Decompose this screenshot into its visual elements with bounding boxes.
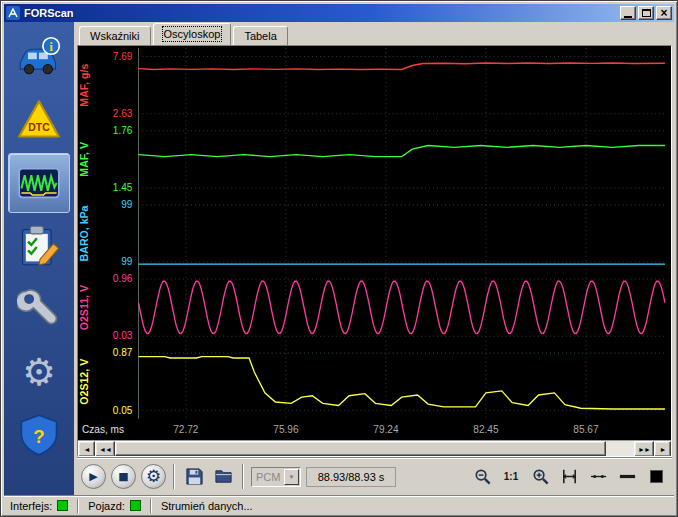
svg-text:85.67: 85.67 <box>573 423 598 434</box>
svg-text:79.24: 79.24 <box>373 423 398 434</box>
scroll-right-button[interactable]: ► <box>654 441 671 457</box>
sidebar-item-vehicle-info[interactable]: i <box>8 27 70 87</box>
svg-text:BARO, kPa: BARO, kPa <box>79 205 90 261</box>
svg-text:72.72: 72.72 <box>173 423 198 434</box>
line-width-icon <box>618 467 637 486</box>
minimize-button[interactable] <box>620 6 636 20</box>
scope-settings-button[interactable]: ⚙ <box>141 464 166 489</box>
vehicle-label: Pojazd: <box>88 500 125 512</box>
module-select-value: PCM <box>252 471 284 483</box>
dtc-label: DTC <box>28 122 50 133</box>
maximize-button[interactable] <box>638 6 654 20</box>
background-color-button[interactable] <box>644 465 668 489</box>
sidebar-item-tests[interactable] <box>8 216 70 276</box>
oscilloscope-icon <box>17 161 61 205</box>
zoom-in-icon <box>531 467 550 486</box>
svg-text:0.87: 0.87 <box>113 347 133 358</box>
titlebar[interactable]: FORScan × <box>4 4 674 22</box>
scroll-thumb[interactable] <box>115 441 606 456</box>
sidebar-item-settings[interactable]: ⚙ <box>8 342 70 402</box>
zoom-in-button[interactable] <box>528 465 552 489</box>
open-button[interactable] <box>211 465 235 489</box>
svg-text:1.45: 1.45 <box>113 182 133 193</box>
svg-text:0.96: 0.96 <box>113 273 133 284</box>
svg-text:MAF, g/s: MAF, g/s <box>79 63 90 106</box>
sidebar-item-service[interactable] <box>8 279 70 339</box>
gear-icon: ⚙ <box>17 350 61 394</box>
close-button[interactable]: × <box>656 6 672 20</box>
help-question-mark: ? <box>33 426 44 447</box>
stop-button[interactable]: ■ <box>111 464 136 489</box>
stop-icon: ■ <box>118 471 128 482</box>
scroll-left-button[interactable]: ◄ <box>78 441 95 457</box>
tab-oscyloskop[interactable]: Oscyloskop <box>153 23 232 45</box>
scroll-right-fast-button[interactable]: ►► <box>634 441 654 457</box>
zoom-reset-label: 1:1 <box>504 471 518 482</box>
tab-label: Wskaźniki <box>90 30 140 42</box>
tab-label: Tabela <box>244 30 276 42</box>
line-style-icon <box>589 467 608 486</box>
scope-toolbar: ▶ ■ ⚙ PCM ▼ 88.93/88.93 s <box>77 457 672 495</box>
tab-tabela[interactable]: Tabela <box>233 26 287 45</box>
tab-bar: Wskaźniki Oscyloskop Tabela <box>77 23 672 45</box>
svg-text:0.05: 0.05 <box>113 404 133 415</box>
sidebar-item-dtc[interactable]: DTC <box>8 90 70 150</box>
module-select[interactable]: PCM ▼ <box>251 467 301 487</box>
scroll-left-icon: ◄ <box>84 446 90 453</box>
time-display: 88.93/88.93 s <box>306 467 396 487</box>
save-button[interactable] <box>182 465 206 489</box>
info-letter: i <box>49 39 53 54</box>
car-info-icon: i <box>17 35 61 79</box>
maximize-icon <box>642 9 651 17</box>
status-message: Strumień danych... <box>161 500 253 512</box>
play-icon: ▶ <box>89 471 97 482</box>
zoom-out-icon <box>473 467 492 486</box>
svg-text:1.76: 1.76 <box>113 125 133 136</box>
folder-icon <box>214 467 233 486</box>
measure-icon <box>560 467 579 486</box>
toolbar-separator <box>242 464 244 489</box>
clipboard-checklist-icon <box>17 224 61 268</box>
svg-text:MAF, V: MAF, V <box>79 142 90 177</box>
close-icon: × <box>660 8 667 18</box>
svg-text:Czas, ms: Czas, ms <box>82 423 124 434</box>
statusbar-separator <box>150 499 152 513</box>
gear-glyph: ⚙ <box>22 350 56 394</box>
status-bar: Interfejs: Pojazd: Strumień danych... <box>4 495 674 515</box>
zoom-out-button[interactable] <box>470 465 494 489</box>
svg-text:99: 99 <box>121 199 132 210</box>
window-title: FORScan <box>24 7 618 19</box>
wrench-icon <box>17 287 61 331</box>
sidebar-item-oscilloscope[interactable] <box>8 153 70 213</box>
svg-text:82.45: 82.45 <box>473 423 498 434</box>
svg-text:75.96: 75.96 <box>273 423 298 434</box>
oscilloscope-chart[interactable]: MAF, g/s7.692.63MAF, V1.761.45BARO, kPa9… <box>78 46 671 440</box>
line-style-button[interactable] <box>586 465 610 489</box>
zoom-reset-button[interactable]: 1:1 <box>499 465 523 489</box>
scope-scrollbar: ◄ ◄◄ ►► ► <box>78 440 671 456</box>
tab-wskazniki[interactable]: Wskaźniki <box>79 26 151 45</box>
dtc-icon: DTC <box>17 98 61 142</box>
toolbar-separator <box>173 464 175 489</box>
oscilloscope-panel: MAF, g/s7.692.63MAF, V1.761.45BARO, kPa9… <box>77 45 672 457</box>
color-swatch-icon <box>650 470 663 483</box>
play-button[interactable]: ▶ <box>81 464 106 489</box>
measure-button[interactable] <box>557 465 581 489</box>
svg-text:0.03: 0.03 <box>113 330 133 341</box>
svg-text:99: 99 <box>121 256 132 267</box>
scroll-right-icon: ► <box>660 446 666 453</box>
tab-label: Oscyloskop <box>164 28 221 40</box>
sidebar-item-help[interactable]: ? <box>8 405 70 465</box>
svg-text:O2S11, V: O2S11, V <box>79 285 90 330</box>
save-icon <box>185 467 204 486</box>
chevron-down-icon: ▼ <box>284 469 299 485</box>
scroll-left-fast-button[interactable]: ◄◄ <box>95 441 115 457</box>
svg-text:7.69: 7.69 <box>113 51 133 62</box>
scroll-left-fast-icon: ◄◄ <box>99 446 111 453</box>
line-width-button[interactable] <box>615 465 639 489</box>
svg-text:O2S12, V: O2S12, V <box>79 359 90 405</box>
svg-text:2.63: 2.63 <box>113 108 133 119</box>
scroll-right-fast-icon: ►► <box>638 446 650 453</box>
gear-icon: ⚙ <box>146 468 161 485</box>
scroll-track[interactable] <box>606 441 634 456</box>
